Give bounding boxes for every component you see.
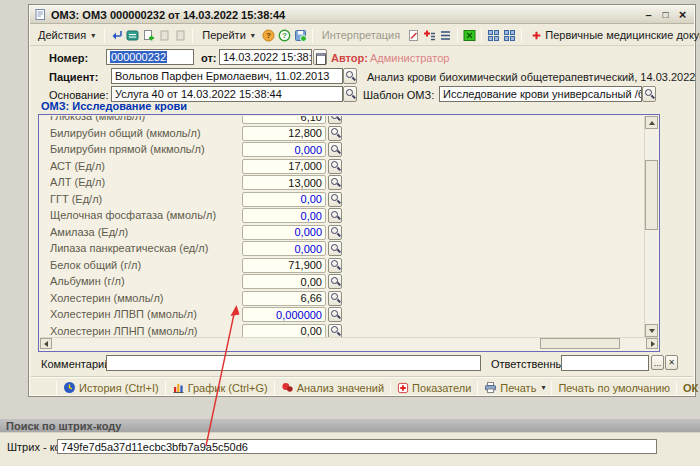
- test-value-field[interactable]: 0,000000: [242, 307, 326, 322]
- number-value-selected: 000000232: [110, 51, 167, 63]
- context-help-button[interactable]: ?: [278, 27, 291, 44]
- test-value-field[interactable]: 0,000: [242, 241, 326, 256]
- copy-button[interactable]: [142, 27, 155, 44]
- ok-button[interactable]: ОК: [678, 382, 700, 394]
- layout-grid-alt-button[interactable]: [503, 27, 516, 44]
- test-lookup-button[interactable]: [328, 159, 342, 174]
- scroll-left-button[interactable]: [40, 338, 52, 349]
- date-input[interactable]: 14.03.2022 15:38:44: [219, 49, 312, 65]
- test-lookup-button[interactable]: [328, 126, 342, 141]
- add-record-icon: [423, 29, 436, 42]
- minimize-button[interactable]: [641, 8, 656, 22]
- test-lookup-button[interactable]: [328, 241, 342, 256]
- responsible-input[interactable]: [561, 355, 649, 371]
- maximize-button[interactable]: [658, 8, 673, 22]
- interpretation-button-disabled[interactable]: Интерпретация: [318, 28, 404, 42]
- test-row: Холестерин (ммоль/л) 6,66: [40, 291, 646, 306]
- edit-document-button[interactable]: [407, 27, 420, 44]
- test-label: Амилаза (Ед/л): [50, 226, 128, 238]
- horizontal-scrollbar[interactable]: [40, 337, 658, 350]
- test-lookup-button[interactable]: [328, 225, 342, 240]
- interpretation-label: Интерпретация: [322, 29, 400, 41]
- test-lookup-button[interactable]: [328, 274, 342, 289]
- test-value-field[interactable]: 71,900: [242, 258, 326, 273]
- barcode-panel: Штрих - код: 749fe7d5a37d11ecbc3bfb7a9a5…: [0, 432, 700, 466]
- analyze-values-button[interactable]: Анализ значений: [276, 381, 389, 394]
- test-value: 0,000000: [276, 309, 322, 321]
- comment-input[interactable]: [106, 355, 481, 371]
- test-value-field[interactable]: 6,10: [242, 116, 326, 124]
- indicators-button[interactable]: Показатели: [392, 382, 476, 394]
- save-and-close-button[interactable]: [294, 27, 307, 44]
- test-value-field[interactable]: 0,00: [242, 192, 326, 207]
- help-button[interactable]: ?: [262, 27, 275, 44]
- primary-medical-documents-button[interactable]: Первичные медицинские документы: [527, 28, 700, 42]
- print-menu-button[interactable]: Печать: [479, 381, 550, 394]
- responsible-select-button[interactable]: [651, 355, 664, 370]
- vertical-scroll-thumb[interactable]: [645, 160, 658, 230]
- history-button[interactable]: История (Ctrl+I): [58, 381, 164, 394]
- test-value: 0,000: [294, 243, 322, 255]
- svg-text:?: ?: [282, 31, 287, 40]
- template-input[interactable]: Исследование крови универсальный /бх1 ci…: [439, 86, 642, 102]
- test-value-field[interactable]: 0,00: [242, 324, 326, 339]
- calendar-button[interactable]: [313, 49, 327, 65]
- paste-special-button-disabled[interactable]: [174, 27, 187, 44]
- patient-input[interactable]: Вольпов Парфен Ермолаевич, 11.02.2013: [111, 68, 343, 84]
- test-lookup-button[interactable]: [328, 175, 342, 190]
- basis-lookup-button[interactable]: [343, 86, 357, 102]
- test-value: 6,10: [301, 116, 322, 123]
- xray-view-button[interactable]: [463, 27, 476, 44]
- test-lookup-button[interactable]: [328, 142, 342, 157]
- test-value-field[interactable]: 0,000: [242, 225, 326, 240]
- close-button[interactable]: [675, 8, 690, 22]
- test-lookup-button[interactable]: [328, 291, 342, 306]
- scroll-right-button[interactable]: [646, 338, 658, 349]
- toolbar-separator: [192, 28, 193, 43]
- add-record-button[interactable]: [423, 27, 436, 44]
- test-value-field[interactable]: 0,00: [242, 274, 326, 289]
- list-button[interactable]: [439, 27, 452, 44]
- test-lookup-button[interactable]: [328, 192, 342, 207]
- test-row: АСТ (Ед/л) 17,000: [40, 159, 646, 174]
- test-value-field[interactable]: 0,00: [242, 208, 326, 223]
- save-icon: [294, 29, 307, 42]
- test-value-field[interactable]: 0,000: [242, 142, 326, 157]
- test-value: 17,000: [288, 160, 322, 172]
- horizontal-scroll-thumb[interactable]: [540, 338, 620, 349]
- responsible-clear-button[interactable]: [665, 355, 678, 370]
- actions-menu-button[interactable]: Действия: [34, 28, 99, 42]
- goto-menu-button[interactable]: Перейти: [198, 28, 259, 42]
- title-bar[interactable]: ОМЗ: ОМЗ 000000232 от 14.03.2022 15:38:4…: [30, 6, 694, 24]
- print-default-button[interactable]: Печать по умолчанию: [553, 382, 675, 394]
- chart-button[interactable]: График (Ctrl+G): [167, 381, 273, 394]
- number-input[interactable]: 000000232: [106, 49, 194, 65]
- scroll-down-button[interactable]: [645, 324, 658, 337]
- test-lookup-button[interactable]: [328, 116, 342, 124]
- test-lookup-button[interactable]: [328, 258, 342, 273]
- main-toolbar: Действия: [30, 25, 694, 46]
- test-lookup-button[interactable]: [328, 307, 342, 322]
- barcode-input[interactable]: 749fe7d5a37d11ecbc3bfb7a9a5c50d6: [57, 439, 657, 454]
- barcode-value: 749fe7d5a37d11ecbc3bfb7a9a5c50d6: [61, 441, 248, 453]
- scroll-up-button[interactable]: [645, 116, 658, 129]
- test-value-field[interactable]: 13,000: [242, 175, 326, 190]
- patient-lookup-button[interactable]: [343, 68, 357, 84]
- vertical-scrollbar[interactable]: [644, 116, 658, 337]
- paste-button-disabled[interactable]: [158, 27, 171, 44]
- layout-grid-button[interactable]: [487, 27, 500, 44]
- reread-button[interactable]: [110, 27, 123, 44]
- test-lookup-button[interactable]: [328, 208, 342, 223]
- bar-chart-icon: [172, 381, 185, 394]
- test-lookup-button[interactable]: [328, 324, 342, 339]
- test-label: Холестерин ЛПНП (ммоль/л): [50, 325, 198, 337]
- test-value-field[interactable]: 12,800: [242, 126, 326, 141]
- paste-icon: [158, 29, 171, 42]
- test-results-viewport: Глюкоза (ммоль/л) 6,10 Билирубин общий (…: [40, 116, 646, 338]
- patient-label: Пациент:: [49, 71, 98, 83]
- values-button[interactable]: [126, 27, 139, 44]
- test-value-field[interactable]: 6,66: [242, 291, 326, 306]
- test-value-field[interactable]: 17,000: [242, 159, 326, 174]
- test-label: Холестерин (ммоль/л): [50, 292, 164, 304]
- template-lookup-button[interactable]: [642, 86, 656, 102]
